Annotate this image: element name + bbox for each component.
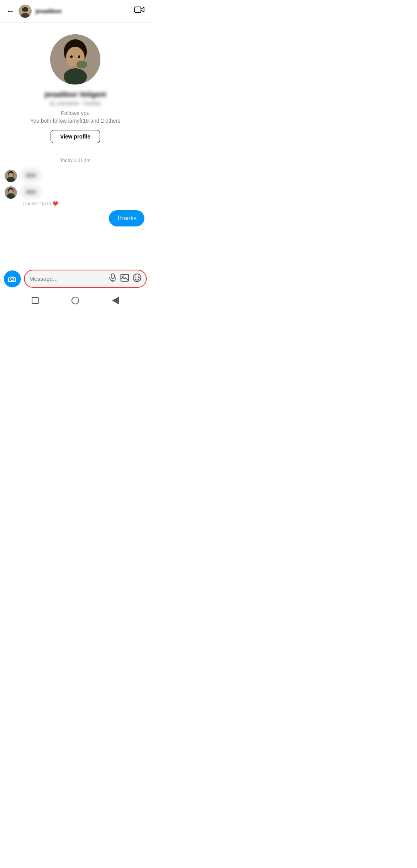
profile-info-section: jenadibon Veligent jd_username · Canada …: [0, 23, 151, 151]
heart-emoji: ❤️: [53, 201, 58, 206]
message-row: test: [5, 184, 146, 199]
profile-name: jenadibon Veligent: [44, 91, 106, 99]
back-button-android[interactable]: [112, 297, 119, 304]
svg-point-20: [11, 278, 14, 281]
svg-point-10: [78, 56, 80, 58]
svg-point-11: [76, 61, 87, 68]
mic-icon[interactable]: [109, 274, 117, 284]
sent-message-row: Thanks: [5, 210, 146, 226]
top-navigation-bar: ← jenadibon: [0, 0, 151, 23]
chat-timestamp: Today 3:01 am: [5, 158, 146, 163]
sent-message-bubble: Thanks: [109, 210, 144, 226]
sender-avatar-2: [5, 186, 17, 199]
back-button[interactable]: ←: [6, 6, 15, 16]
received-message-bubble-1: test: [20, 168, 42, 182]
message-input-bar: [0, 266, 151, 292]
message-input[interactable]: [29, 275, 105, 282]
mutual-follow-label: You both follow iamyfr16 and 2 others: [30, 118, 120, 124]
message-row: test: [5, 168, 146, 182]
video-call-button[interactable]: [134, 6, 144, 16]
profile-avatar-large: [50, 34, 100, 84]
svg-rect-3: [135, 7, 141, 12]
contact-username: jenadibon: [36, 8, 134, 14]
sender-avatar-1: [5, 170, 17, 182]
follows-you-label: Follows you: [61, 110, 90, 116]
svg-rect-21: [111, 274, 114, 279]
photo-icon[interactable]: [120, 274, 129, 284]
svg-point-27: [135, 277, 136, 278]
camera-button[interactable]: [4, 270, 21, 287]
profile-subtext: jd_username · Canada: [50, 100, 101, 106]
view-profile-button[interactable]: View profile: [51, 130, 100, 143]
sticker-icon[interactable]: [133, 274, 141, 284]
chat-messages-area: Today 3:01 am test test Double-tap to: [0, 158, 151, 266]
svg-point-8: [64, 68, 87, 84]
message-input-wrapper: [24, 270, 147, 288]
double-tap-hint: Double-tap to ❤️: [23, 201, 146, 206]
svg-point-9: [70, 56, 73, 58]
home-button[interactable]: [71, 297, 79, 304]
recent-apps-button[interactable]: [32, 297, 39, 304]
contact-avatar-small: [19, 5, 32, 18]
android-nav-bar: [0, 292, 151, 309]
received-message-bubble-2: test: [20, 184, 42, 199]
